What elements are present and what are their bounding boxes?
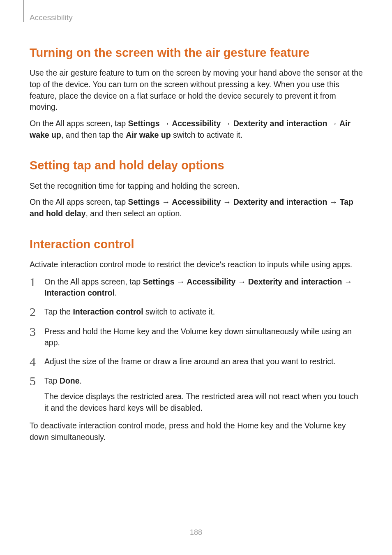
text: , and then select an option. — [86, 209, 182, 218]
step-body: Tap the Interaction control switch to ac… — [44, 305, 363, 318]
breadcrumb: Accessibility — [30, 13, 73, 22]
page: Accessibility Turning on the screen with… — [0, 0, 392, 555]
step-number: 4 — [30, 355, 44, 368]
arrow-icon: → — [327, 119, 339, 128]
text: On the All apps screen, tap — [44, 277, 143, 286]
arrow-icon: → — [160, 119, 172, 128]
list-item: 2 Tap the Interaction control switch to … — [30, 305, 363, 319]
text: On the All apps screen, tap — [30, 119, 128, 128]
arrow-icon: → — [342, 277, 352, 286]
section-tap-hold-delay: Setting tap and hold delay options Set t… — [30, 158, 363, 219]
heading-tap-hold-delay: Setting tap and hold delay options — [30, 158, 363, 173]
text: , and then tap the — [61, 130, 126, 139]
arrow-icon: → — [175, 277, 187, 286]
step-body: Press and hold the Home key and the Volu… — [44, 325, 363, 349]
para: To deactivate interaction control mode, … — [30, 420, 363, 443]
para: Use the air gesture feature to turn on t… — [30, 67, 363, 113]
text-bold: Dexterity and interaction — [233, 119, 327, 128]
text-bold: Air wake up — [126, 130, 171, 139]
text-bold: Settings — [128, 197, 160, 206]
heading-interaction-control: Interaction control — [30, 237, 363, 252]
text-bold: Done — [60, 376, 80, 385]
list-item: 1 On the All apps screen, tap Settings →… — [30, 275, 363, 299]
step-subtext: The device displays the restricted area.… — [44, 391, 363, 414]
text: Tap — [44, 376, 60, 385]
step-number: 1 — [30, 275, 44, 289]
text: . — [115, 288, 117, 297]
arrow-icon: → — [327, 197, 339, 206]
text: On the All apps screen, tap — [30, 197, 128, 206]
steps-list: 1 On the All apps screen, tap Settings →… — [30, 275, 363, 414]
para: Activate interaction control mode to res… — [30, 259, 363, 271]
text-bold: Dexterity and interaction — [248, 277, 342, 286]
para: On the All apps screen, tap Settings → A… — [30, 118, 363, 141]
para: Set the recognition time for tapping and… — [30, 180, 363, 192]
arrow-icon: → — [221, 197, 233, 206]
text-bold: Interaction control — [44, 288, 115, 297]
list-item: 5 Tap Done. The device displays the rest… — [30, 375, 363, 414]
text: switch to activate it. — [171, 130, 242, 139]
content: Turning on the screen with the air gestu… — [30, 0, 363, 443]
text: Tap the — [44, 307, 73, 316]
step-number: 3 — [30, 325, 44, 338]
list-item: 3 Press and hold the Home key and the Vo… — [30, 325, 363, 349]
step-number: 2 — [30, 305, 44, 319]
step-body: Tap Done. The device displays the restri… — [44, 375, 363, 414]
step-body: On the All apps screen, tap Settings → A… — [44, 275, 363, 299]
header-rule — [23, 0, 24, 22]
list-item: 4 Adjust the size of the frame or draw a… — [30, 355, 363, 368]
text-bold: Dexterity and interaction — [233, 197, 327, 206]
step-number: 5 — [30, 375, 44, 388]
text-bold: Settings — [143, 277, 175, 286]
section-interaction-control: Interaction control Activate interaction… — [30, 237, 363, 443]
text-bold: Interaction control — [73, 307, 143, 316]
text: switch to activate it. — [143, 307, 215, 316]
page-number: 188 — [0, 528, 392, 537]
text-bold: Accessibility — [187, 277, 235, 286]
section-air-gesture: Turning on the screen with the air gestu… — [30, 45, 363, 141]
arrow-icon: → — [221, 119, 233, 128]
text-bold: Accessibility — [172, 119, 221, 128]
para: On the All apps screen, tap Settings → A… — [30, 197, 363, 219]
arrow-icon: → — [160, 197, 172, 206]
heading-air-gesture: Turning on the screen with the air gestu… — [30, 45, 363, 60]
arrow-icon: → — [235, 277, 248, 286]
text: . — [80, 376, 82, 385]
step-body: Adjust the size of the frame or draw a l… — [44, 355, 363, 368]
text-bold: Accessibility — [172, 197, 221, 206]
text-bold: Settings — [128, 119, 160, 128]
